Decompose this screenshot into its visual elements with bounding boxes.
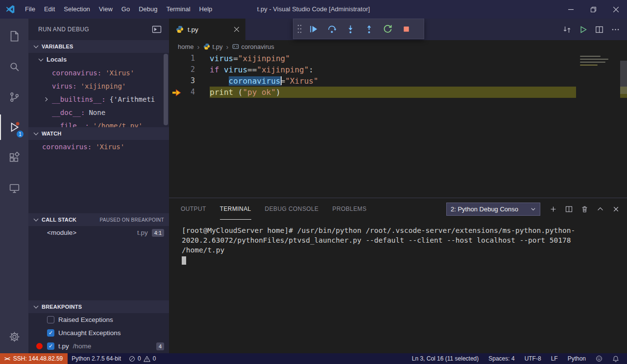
- menu-debug[interactable]: Debug: [134, 0, 162, 19]
- menu-file[interactable]: File: [21, 0, 40, 19]
- call-stack-section-header[interactable]: CALL STACK PAUSED ON BREAKPOINT: [28, 213, 169, 226]
- breakpoints-section-header[interactable]: BREAKPOINTS: [28, 300, 169, 313]
- menu-edit[interactable]: Edit: [40, 0, 59, 19]
- line-number: 1: [169, 53, 210, 64]
- variables-body: Locals coronavirus: 'Xirus' virus: 'xiji…: [28, 53, 169, 127]
- problems-item[interactable]: 0 0: [125, 353, 160, 364]
- menu-help[interactable]: Help: [195, 0, 217, 19]
- terminal-cursor: [182, 256, 186, 265]
- explorer-icon[interactable]: [0, 23, 28, 49]
- extensions-icon[interactable]: [0, 145, 28, 170]
- remote-indicator[interactable]: >< SSH: 144.48.82.59: [0, 353, 68, 364]
- maximize-panel-icon[interactable]: [596, 205, 604, 213]
- cursor-position-item[interactable]: Ln 3, Col 16 (11 selected): [408, 355, 483, 362]
- close-button[interactable]: [604, 0, 627, 19]
- debug-toolbar: [293, 19, 424, 39]
- tab-t.py[interactable]: t.py: [169, 19, 245, 40]
- tab-close-icon[interactable]: [232, 24, 241, 34]
- editor-gutter[interactable]: 1 2 3 4: [169, 53, 210, 198]
- error-count: 0: [138, 355, 141, 362]
- code-lines[interactable]: virus="xijinping" if virus=="xijinping":…: [210, 53, 627, 198]
- variables-section-header[interactable]: VARIABLES: [28, 40, 169, 53]
- code-editor[interactable]: 1 2 3 4 virus="xijinping" if virus=="xij…: [169, 53, 627, 198]
- breakpoint-row-raised-exceptions[interactable]: ✓ Raised Exceptions: [28, 313, 169, 326]
- frame-name: <module>: [47, 229, 76, 236]
- minimap[interactable]: [576, 53, 620, 198]
- code-line-4-current[interactable]: print ("py ok"): [210, 87, 627, 98]
- terminal-selector-dropdown[interactable]: 2: Python Debug Conso: [446, 203, 540, 216]
- debug-console-icon[interactable]: [151, 24, 162, 34]
- variables-scrollbar[interactable]: [164, 54, 168, 125]
- editor-more-actions-button[interactable]: [611, 25, 620, 34]
- watch-section-header[interactable]: WATCH: [28, 127, 169, 140]
- split-terminal-icon[interactable]: [565, 205, 573, 213]
- breadcrumb-home[interactable]: home: [178, 43, 194, 50]
- restart-button[interactable]: [379, 21, 396, 37]
- vscode-window: File Edit Selection View Go Debug Termin…: [0, 0, 627, 364]
- variable-row-coronavirus[interactable]: coronavirus: 'Xirus': [28, 66, 169, 79]
- code-line-3[interactable]: coronavirus="Xirus": [210, 75, 627, 87]
- code-line-2[interactable]: if virus=="xijinping":: [210, 64, 627, 75]
- minimize-button[interactable]: [559, 0, 582, 19]
- editor-group: t.py: [169, 19, 627, 353]
- tab-terminal[interactable]: TERMINAL: [220, 198, 251, 220]
- stack-frame-module[interactable]: <module> t.py 4:1: [28, 226, 169, 239]
- menubar: File Edit Selection View Go Debug Termin…: [21, 0, 217, 19]
- breakpoint-checkbox[interactable]: ✓: [47, 342, 54, 350]
- remote-explorer-icon[interactable]: [0, 175, 28, 201]
- python-interpreter-item[interactable]: Python 2.7.5 64-bit: [68, 353, 125, 364]
- breakpoint-row-uncaught-exceptions[interactable]: ✓ Uncaught Exceptions: [28, 326, 169, 340]
- breadcrumb-t.py[interactable]: t.py: [203, 43, 223, 50]
- variable-value: 'Xirus': [105, 69, 134, 77]
- bottom-panel: OUTPUT TERMINAL DEBUG CONSOLE PROBLEMS 2…: [169, 198, 627, 353]
- code-line-1[interactable]: virus="xijinping": [210, 53, 627, 64]
- breadcrumb-coronavirus[interactable]: coronavirus: [232, 43, 274, 50]
- stop-button[interactable]: [398, 21, 415, 37]
- run-and-debug-icon[interactable]: 1: [0, 114, 28, 140]
- feedback-smiley-icon[interactable]: [592, 355, 606, 362]
- chevron-down-icon: [34, 304, 39, 309]
- close-panel-icon[interactable]: [612, 205, 620, 213]
- toolbar-drag-handle[interactable]: [295, 21, 303, 37]
- split-editor-button[interactable]: [595, 25, 604, 34]
- eol-item[interactable]: LF: [547, 355, 562, 362]
- editor-scrollbar[interactable]: [620, 61, 627, 94]
- variable-row-builtins[interactable]: __builtins__: {'Arithmeti: [28, 92, 169, 106]
- source-control-icon[interactable]: [0, 84, 28, 110]
- encoding-item[interactable]: UTF-8: [521, 355, 545, 362]
- notifications-bell-icon[interactable]: [608, 355, 623, 363]
- tab-output[interactable]: OUTPUT: [181, 198, 206, 220]
- continue-button[interactable]: [305, 21, 322, 37]
- breakpoint-row-tpy[interactable]: ✓ t.py /home 4: [28, 340, 169, 353]
- settings-gear-icon[interactable]: [0, 324, 28, 349]
- menu-go[interactable]: Go: [117, 0, 134, 19]
- variable-row-file[interactable]: __file__: '/home/t.py': [28, 119, 169, 127]
- variable-row-virus[interactable]: virus: 'xijinping': [28, 79, 169, 92]
- indentation-item[interactable]: Spaces: 4: [484, 355, 518, 362]
- watch-row-coronavirus[interactable]: coronavirus: 'Xirus': [28, 140, 169, 153]
- scope-locals[interactable]: Locals: [28, 53, 169, 66]
- step-into-button[interactable]: [342, 21, 359, 37]
- restore-button[interactable]: [582, 0, 604, 19]
- kill-terminal-icon[interactable]: [580, 205, 589, 213]
- tab-debug-console[interactable]: DEBUG CONSOLE: [265, 198, 319, 220]
- open-changes-icon[interactable]: [562, 25, 572, 34]
- language-mode-item[interactable]: Python: [564, 355, 590, 362]
- breakpoint-checkbox[interactable]: ✓: [47, 316, 54, 323]
- workbench: 1 RUN AND DEBUG VARIABLES: [0, 19, 627, 353]
- menu-terminal[interactable]: Terminal: [162, 0, 194, 19]
- variable-row-doc[interactable]: __doc__: None: [28, 106, 169, 119]
- breakpoint-checkbox[interactable]: ✓: [47, 329, 54, 337]
- run-python-file-button[interactable]: [579, 25, 588, 34]
- new-terminal-icon[interactable]: [549, 205, 557, 213]
- menu-selection[interactable]: Selection: [59, 0, 94, 19]
- search-icon[interactable]: [0, 54, 28, 79]
- terminal-output[interactable]: [root@MyCloudServer home]# /usr/bin/pyth…: [169, 220, 627, 353]
- symbol-variable-icon: [232, 43, 239, 50]
- panel-actions: [549, 205, 620, 213]
- tab-problems[interactable]: PROBLEMS: [333, 198, 367, 220]
- menu-view[interactable]: View: [95, 0, 117, 19]
- step-out-button[interactable]: [361, 21, 378, 37]
- step-over-button[interactable]: [323, 21, 340, 37]
- paused-on-breakpoint-status: PAUSED ON BREAKPOINT: [100, 217, 164, 223]
